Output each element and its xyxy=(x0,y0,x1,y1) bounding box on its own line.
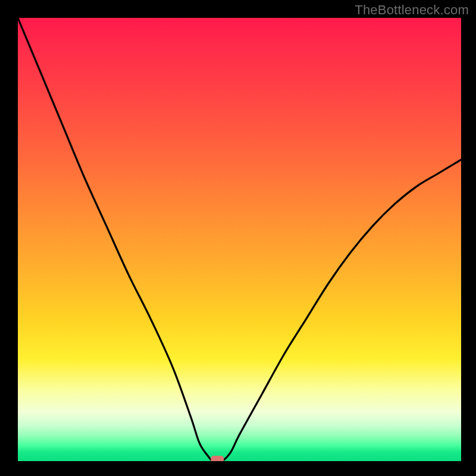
plot-area xyxy=(18,18,461,461)
optimum-marker xyxy=(211,456,224,461)
bottleneck-curve xyxy=(18,18,461,461)
watermark-text: TheBottleneck.com xyxy=(355,2,469,18)
chart-frame: TheBottleneck.com xyxy=(0,0,476,476)
bottleneck-curve-layer xyxy=(18,18,461,461)
